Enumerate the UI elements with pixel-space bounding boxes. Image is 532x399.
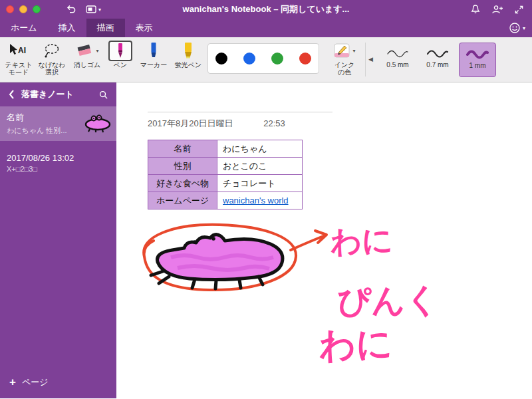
ribbon-toolbar: AI テキスト モード なげなわ 選択: [0, 37, 532, 82]
eraser-button[interactable]: ▾ 消しゴム: [70, 41, 104, 68]
stroke-sample-icon: [386, 48, 409, 59]
handwriting-wani-1: わに: [330, 222, 394, 259]
ink-color-icon: [333, 43, 350, 59]
bell-icon: [470, 4, 481, 15]
text-mode-button[interactable]: AI テキスト モード: [3, 41, 35, 76]
color-swatch-black[interactable]: [215, 53, 227, 65]
pen-button[interactable]: ペン: [106, 41, 134, 68]
color-swatch-green[interactable]: [271, 53, 283, 65]
back-button[interactable]: [8, 89, 15, 100]
chevron-down-icon: ▾: [352, 48, 355, 54]
tab-home[interactable]: ホーム: [0, 19, 48, 37]
ink-arrow: [291, 235, 325, 250]
marker-button[interactable]: マーカー: [137, 41, 170, 68]
highlighter-icon: [183, 42, 194, 59]
page-sidebar: 落書きノート 名前 わにちゃん 性別...: [0, 82, 116, 398]
tab-draw[interactable]: 描画: [86, 19, 125, 37]
eraser-icon: [75, 42, 94, 59]
window-controls: [6, 5, 41, 13]
notebook-section-title: 落書きノート: [21, 88, 74, 100]
page-title: 2017/08/26 13:02: [7, 153, 110, 163]
close-window-button[interactable]: [6, 5, 14, 13]
add-person-icon: [491, 4, 503, 15]
plus-icon: +: [9, 376, 16, 389]
thickness-option-1mm[interactable]: 1 mm: [459, 43, 496, 77]
lasso-icon: [43, 43, 61, 59]
undo-button[interactable]: [66, 4, 76, 15]
view-options-icon: [86, 5, 96, 14]
notifications-button[interactable]: [470, 4, 481, 15]
undo-icon: [66, 4, 76, 15]
share-button[interactable]: [491, 4, 503, 15]
chevron-down-icon: ▾: [523, 25, 525, 31]
ribbon-tabbar: ホーム 挿入 描画 表示 ▾: [0, 19, 532, 37]
stroke-sample-icon: [426, 48, 449, 59]
add-page-button[interactable]: + ページ: [9, 376, 49, 389]
thickness-option-07mm[interactable]: 0.7 mm: [419, 43, 456, 77]
svg-text:AI: AI: [18, 46, 26, 55]
stroke-sample-icon: [466, 49, 489, 59]
search-icon: [98, 90, 108, 100]
search-button[interactable]: [98, 90, 108, 100]
sidebar-header: 落書きノート: [0, 82, 116, 106]
view-options-button[interactable]: ▾: [86, 5, 101, 14]
ink-drawing: わに ぴんく わに: [116, 82, 532, 398]
titlebar: ▾ wanichan's Notebook – 同期しています...: [0, 0, 532, 19]
lasso-select-button[interactable]: なげなわ 選択: [36, 41, 68, 76]
expand-icon: [514, 5, 524, 15]
onenote-app: ▾ wanichan's Notebook – 同期しています...: [0, 0, 532, 399]
page-subtitle: X+□2□3□: [7, 165, 110, 173]
text-cursor-icon: AI: [7, 43, 30, 59]
ribbon-divider: [365, 43, 366, 76]
tab-view[interactable]: 表示: [125, 19, 164, 37]
handwriting-wani-2: わに: [319, 323, 394, 365]
chevron-left-icon: [8, 89, 15, 100]
marker-icon: [149, 42, 158, 59]
tab-insert[interactable]: 挿入: [48, 19, 86, 37]
add-page-label: ページ: [22, 376, 49, 388]
note-canvas[interactable]: 2017年8月20日日曜日 22:53 名前 わにちゃん 性別 おとこのこ 好き…: [116, 82, 532, 398]
minimize-window-button[interactable]: [19, 5, 27, 13]
color-swatch-red[interactable]: [299, 53, 311, 65]
chevron-down-icon: ▾: [96, 48, 98, 54]
feedback-button[interactable]: ▾: [509, 19, 525, 37]
pen-icon: [116, 43, 125, 59]
smiley-icon: [509, 22, 521, 34]
thickness-scroll-left[interactable]: ◀: [368, 56, 373, 63]
pen-color-palette: [207, 43, 319, 74]
fullscreen-button[interactable]: [514, 5, 524, 15]
page-item-date[interactable]: 2017/08/26 13:02 X+□2□3□: [0, 148, 116, 178]
highlighter-button[interactable]: 蛍光ペン: [172, 41, 205, 68]
zoom-window-button[interactable]: [33, 5, 41, 13]
handwriting-pinku: ぴんく: [336, 281, 439, 321]
page-thumbnail-croc: [81, 112, 113, 133]
page-item-name[interactable]: 名前 わにちゃん 性別...: [0, 106, 116, 141]
thickness-option-05mm[interactable]: 0.5 mm: [379, 43, 416, 77]
color-swatch-blue[interactable]: [243, 53, 255, 65]
chevron-down-icon: ▾: [98, 7, 101, 13]
page-title: 名前: [7, 112, 78, 124]
ink-color-button[interactable]: ▾ インク の色: [327, 41, 362, 76]
page-subtitle: わにちゃん 性別...: [7, 126, 78, 136]
